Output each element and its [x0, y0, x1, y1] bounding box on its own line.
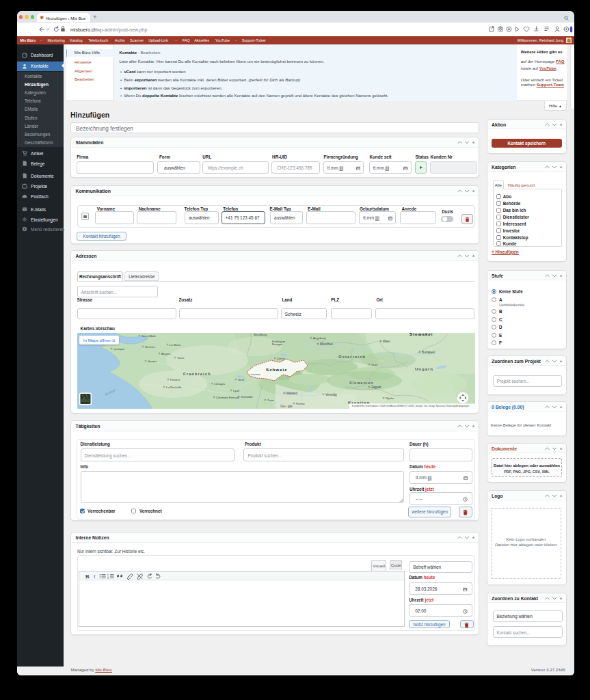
svg-text:Clermont-Ferrand: Clermont-Ferrand	[216, 396, 240, 399]
svg-text:Parma: Parma	[296, 402, 305, 405]
svg-text:Le Mans: Le Mans	[170, 343, 180, 347]
svg-text:Augsburg: Augsburg	[313, 336, 326, 340]
svg-text:misbuero.ch: misbuero.ch	[70, 27, 96, 31]
svg-text:Rijeka: Rijeka	[386, 396, 394, 400]
svg-text:Google: Google	[280, 403, 293, 407]
svg-text:Graz: Graz	[371, 363, 377, 366]
svg-text:Lausanne: Lausanne	[250, 373, 260, 376]
svg-text:Rennes: Rennes	[145, 345, 155, 349]
svg-text:Limoges: Limoges	[214, 382, 225, 386]
svg-text:/wp-admin/post-new.php: /wp-admin/post-new.php	[96, 27, 148, 32]
svg-text:Lyon: Lyon	[233, 389, 240, 392]
svg-text:Mailand: Mailand	[286, 392, 298, 395]
svg-text:Grenoble: Grenoble	[241, 395, 253, 399]
svg-text:Turin: Turin	[267, 399, 274, 402]
svg-text:Breisgau: Breisgau	[272, 343, 282, 346]
svg-text:Straßburg: Straßburg	[254, 333, 267, 336]
svg-text:Slowakei: Slowakei	[410, 333, 433, 336]
svg-text:Slowenien: Slowenien	[349, 381, 374, 385]
svg-text:Budapest: Budapest	[422, 351, 435, 354]
svg-text:Tours: Tours	[177, 356, 185, 360]
svg-text:B: B	[85, 574, 90, 580]
svg-text:Poitiers: Poitiers	[170, 378, 180, 381]
svg-text:Nantes: Nantes	[148, 360, 157, 363]
svg-text:Schweiz: Schweiz	[266, 367, 287, 372]
svg-text:Ungarn: Ungarn	[415, 367, 433, 371]
svg-text:Frankreich: Frankreich	[183, 372, 211, 376]
svg-text:Wien: Wien	[383, 340, 390, 343]
svg-text:Kurzbefehle | Kartendaten ©202: Kurzbefehle | Kartendaten ©2026 GeoBasis…	[352, 405, 470, 407]
svg-text:Quimper: Quimper	[113, 347, 125, 351]
svg-text:Zürich: Zürich	[277, 357, 286, 360]
svg-text:I: I	[94, 574, 96, 580]
svg-text:Angers: Angers	[161, 352, 171, 355]
svg-text:Genf: Genf	[238, 378, 245, 381]
svg-text:Österreich: Österreich	[338, 355, 366, 359]
svg-text:Venedig: Venedig	[325, 393, 337, 396]
svg-text:München: München	[320, 342, 333, 346]
svg-text:Zagreb: Zagreb	[371, 386, 381, 389]
svg-text:La Rochelle: La Rochelle	[166, 386, 182, 389]
svg-text:Saint-Malo: Saint-Malo	[142, 334, 156, 338]
